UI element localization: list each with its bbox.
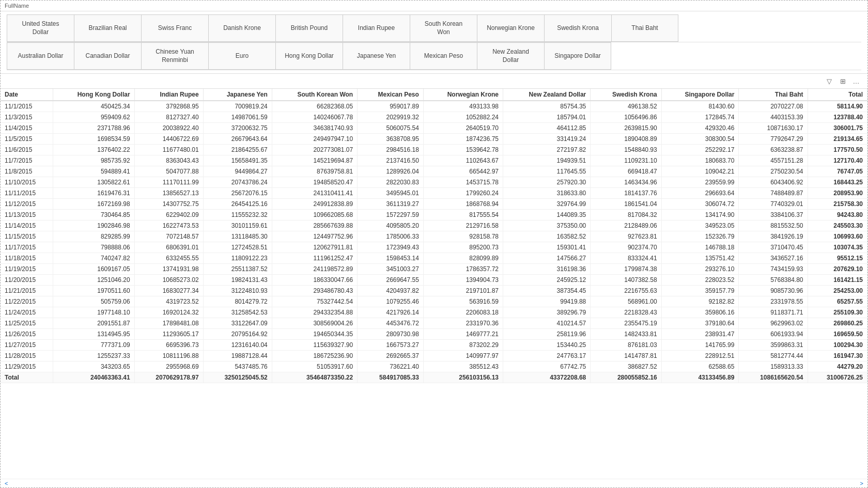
cell-22-10: 3599863.31 [739,340,808,351]
chip-thai-baht[interactable]: Thai Baht [611,14,678,42]
cell-9-6: 1868768.94 [423,199,503,210]
cell-8-0: 11/11/2015 [1,188,53,199]
cell-22-9: 141765.99 [661,340,739,351]
cell-9-9: 306074.72 [661,199,739,210]
cell-10-6: 817555.54 [423,210,503,221]
cell-17-7: 387354.45 [503,286,591,296]
cell-19-9: 359806.16 [661,307,739,318]
chip-indian-rupee[interactable]: Indian Rupee [343,14,410,42]
cell-8-10: 7488489.87 [739,188,808,199]
chip-swedish-krona[interactable]: Swedish Krona [544,14,611,42]
chip-new-zealand-dollar[interactable]: New Zealand Dollar [477,42,544,70]
chip-euro[interactable]: Euro [208,42,275,70]
table-row: 11/19/20151609167.0513741931.9825511387.… [1,264,867,275]
cell-25-2: 2070629178.97 [134,372,203,383]
col-header-indian-rupee[interactable]: Indian Rupee [134,89,203,101]
chip-brazilian-real[interactable]: Brazilian Real [74,14,141,42]
cell-15-4: 241198572.89 [272,264,357,275]
cell-8-11: 208953.90 [808,188,867,199]
cell-11-9: 349523.05 [661,221,739,231]
cell-24-8: 386827.52 [591,361,661,372]
cell-3-8: 1890408.89 [591,134,661,145]
chip-south-korean-won[interactable]: South Korean Won [410,14,477,42]
chip-australian-dollar[interactable]: Australian Dollar [7,42,74,70]
cell-9-1: 1672169.98 [53,199,134,210]
table-container[interactable]: DateHong Kong DollarIndian RupeeJapanese… [1,89,867,479]
cell-2-1: 2371788.96 [53,123,134,134]
col-header-date[interactable]: Date [1,89,53,101]
cell-2-2: 20038922.40 [134,123,203,134]
chip-canadian-dollar[interactable]: Canadian Dollar [74,42,141,70]
cell-19-11: 255109.30 [808,307,867,318]
cell-7-10: 6043406.92 [739,177,808,188]
col-header-hong-kong-dollar[interactable]: Hong Kong Dollar [53,89,134,101]
cell-18-5: 1079255.46 [358,296,424,307]
cell-20-1: 2091551.87 [53,318,134,329]
col-header-japanese-yen[interactable]: Japanese Yen [203,89,272,101]
cell-22-8: 876181.03 [591,340,661,351]
cell-11-1: 1902846.98 [53,221,134,231]
cell-20-7: 410214.57 [503,318,591,329]
total-row: Total240463363.412070629178.973250125045… [1,372,867,383]
cell-3-3: 26679643.64 [203,134,272,145]
chip-japanese-yen[interactable]: Japanese Yen [343,42,410,70]
col-header-mexican-peso[interactable]: Mexican Peso [358,89,424,101]
chip-mexican-peso[interactable]: Mexican Peso [410,42,477,70]
col-header-singapore-dollar[interactable]: Singapore Dollar [661,89,739,101]
cell-18-9: 92182.82 [661,296,739,307]
filter-icon[interactable]: ▽ [824,76,834,86]
cell-15-6: 1786357.72 [423,264,503,275]
cell-23-3: 19887128.44 [203,351,272,361]
col-header-total[interactable]: Total [808,89,867,101]
cell-12-0: 11/15/2015 [1,231,53,242]
chip-chinese-yuan-renminbi[interactable]: Chinese Yuan Renminbi [141,42,208,70]
cell-18-7: 99419.88 [503,296,591,307]
cell-16-9: 228023.52 [661,275,739,286]
cell-22-0: 11/27/2015 [1,340,53,351]
cell-25-0: Total [1,372,53,383]
cell-10-11: 94243.80 [808,210,867,221]
cell-10-7: 144089.35 [503,210,591,221]
chip-british-pound[interactable]: British Pound [275,14,343,42]
chip-swiss-franc[interactable]: Swiss Franc [141,14,208,42]
cell-9-0: 11/12/2015 [1,199,53,210]
scroll-left[interactable]: < [5,480,8,486]
col-header-swedish-krona[interactable]: Swedish Krona [591,89,661,101]
cell-6-9: 109042.21 [661,166,739,177]
cell-20-11: 269860.25 [808,318,867,329]
cell-22-7: 153440.25 [503,340,591,351]
chip-norwegian-krone[interactable]: Norwegian Krone [477,14,544,42]
table-row: 11/22/2015505759.064319723.528014279.727… [1,296,867,307]
cell-8-7: 318633.80 [503,188,591,199]
cell-17-11: 254253.00 [808,286,867,296]
cell-0-5: 959017.89 [358,101,424,112]
table-row: 11/11/20151619476.3113856527.1325672076.… [1,188,867,199]
chip-hong-kong-dollar[interactable]: Hong Kong Dollar [275,42,343,70]
chip-singapore-dollar[interactable]: Singapore Dollar [544,42,611,70]
cell-4-8: 1548840.93 [591,145,661,155]
col-header-south-korean-won[interactable]: South Korean Won [272,89,357,101]
cell-17-3: 31224810.93 [203,286,272,296]
cell-18-2: 4319723.52 [134,296,203,307]
table-row: 11/29/2015343203.652955968.695437485.765… [1,361,867,372]
scroll-right[interactable]: > [860,480,863,486]
cell-11-5: 4095805.20 [358,221,424,231]
cell-13-9: 146788.18 [661,242,739,253]
col-header-norwegian-krone[interactable]: Norwegian Krone [423,89,503,101]
cell-6-0: 11/8/2015 [1,166,53,177]
table-icon[interactable]: ⊞ [838,76,848,86]
col-header-new-zealand-dollar[interactable]: New Zealand Dollar [503,89,591,101]
cell-21-10: 6061933.94 [739,329,808,340]
cell-2-10: 10871630.17 [739,123,808,134]
more-icon[interactable]: … [851,76,861,86]
chip-united-states-dollar[interactable]: United States Dollar [7,14,74,42]
cell-3-5: 3638708.95 [358,134,424,145]
cell-25-11: 31006726.25 [808,372,867,383]
cell-15-7: 316198.36 [503,264,591,275]
cell-1-2: 8127327.40 [134,112,203,123]
cell-23-7: 247763.17 [503,351,591,361]
col-header-thai-baht[interactable]: Thai Baht [739,89,808,101]
cell-17-8: 2216755.63 [591,286,661,296]
cell-24-2: 2955968.69 [134,361,203,372]
chip-danish-krone[interactable]: Danish Krone [208,14,275,42]
